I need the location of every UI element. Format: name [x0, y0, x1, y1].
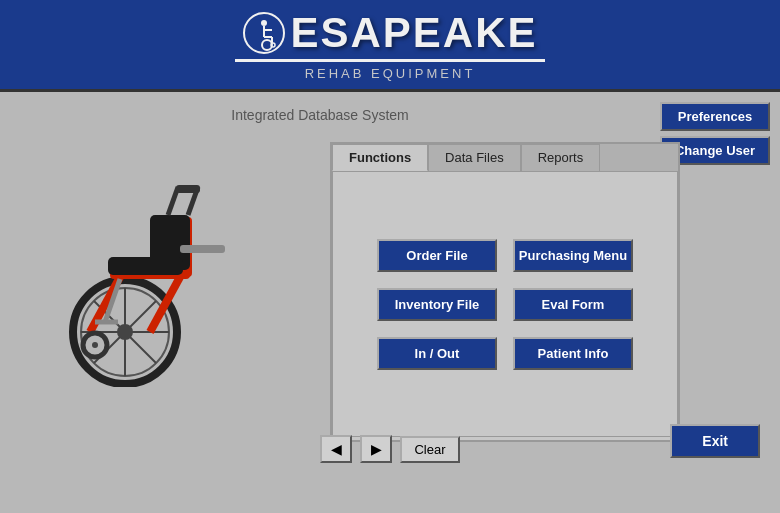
svg-rect-20 — [108, 257, 183, 275]
app-header: ESAPEAKE REHAB EQUIPMENT — [0, 0, 780, 92]
purchasing-menu-button[interactable]: Purchasing Menu — [513, 239, 633, 272]
arrow-right-icon: ▶ — [371, 441, 382, 457]
functions-row-1: Order File Purchasing Menu — [377, 239, 633, 272]
main-content: Integrated Database System Preferences C… — [0, 92, 780, 513]
chesapeake-logo-icon — [242, 11, 286, 55]
preferences-button[interactable]: Preferences — [660, 102, 770, 131]
app-subtitle: REHAB EQUIPMENT — [305, 66, 476, 81]
eval-form-button[interactable]: Eval Form — [513, 288, 633, 321]
patient-info-button[interactable]: Patient Info — [513, 337, 633, 370]
logo-area: ESAPEAKE — [242, 9, 537, 57]
wheelchair-svg — [50, 177, 250, 387]
tab-functions[interactable]: Functions — [332, 144, 428, 171]
inventory-file-button[interactable]: Inventory File — [377, 288, 497, 321]
clear-button[interactable]: Clear — [400, 436, 459, 463]
exit-button[interactable]: Exit — [670, 424, 760, 458]
wheelchair-image — [30, 152, 270, 412]
system-label: Integrated Database System — [0, 107, 640, 123]
tab-reports[interactable]: Reports — [521, 144, 601, 171]
tabs-container: Functions Data Files Reports — [332, 144, 678, 171]
nav-back-button[interactable]: ◀ — [320, 435, 352, 463]
nav-forward-button[interactable]: ▶ — [360, 435, 392, 463]
bottom-nav-area: ◀ ▶ Clear — [0, 435, 780, 463]
functions-row-2: Inventory File Eval Form — [377, 288, 633, 321]
in-out-button[interactable]: In / Out — [377, 337, 497, 370]
order-file-button[interactable]: Order File — [377, 239, 497, 272]
logo-text: ESAPEAKE — [290, 9, 537, 57]
svg-rect-26 — [176, 185, 200, 193]
svg-rect-23 — [180, 245, 225, 253]
tab-content-functions: Order File Purchasing Menu Inventory Fil… — [332, 171, 678, 437]
arrow-left-icon: ◀ — [331, 441, 342, 457]
logo-underline — [235, 59, 545, 62]
svg-point-28 — [92, 342, 98, 348]
tab-panel: Functions Data Files Reports Order File … — [330, 142, 680, 442]
svg-point-1 — [261, 20, 267, 26]
tab-data-files[interactable]: Data Files — [428, 144, 521, 171]
functions-row-3: In / Out Patient Info — [377, 337, 633, 370]
